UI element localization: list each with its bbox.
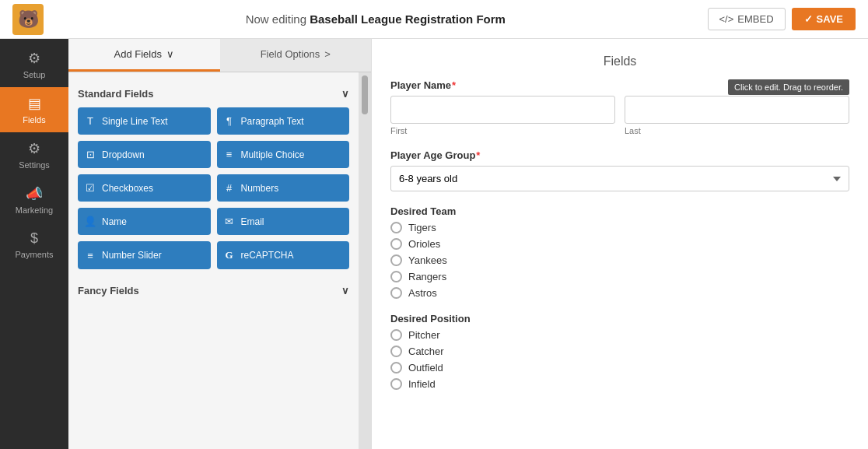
- chevron-right-icon: >: [324, 48, 331, 60]
- field-label-number-slider: Number Slider: [102, 250, 162, 261]
- field-label-single-line: Single Line Text: [102, 116, 168, 127]
- radio-circle: [390, 362, 402, 374]
- field-btn-paragraph[interactable]: ¶ Paragraph Text: [217, 107, 350, 135]
- field-label-checkboxes: Checkboxes: [102, 183, 153, 194]
- last-name-wrap: Last: [625, 96, 849, 135]
- list-icon: ≡: [223, 149, 236, 160]
- main-layout: ⚙ Setup ▤ Fields ⚙ Settings 📣 Marketing …: [0, 39, 868, 449]
- radio-circle: [390, 287, 402, 299]
- sidebar-item-setup[interactable]: ⚙ Setup: [0, 42, 68, 87]
- desired-team-label: Desired Team: [390, 205, 849, 217]
- field-group-player-age: Player Age Group* 6-8 years old 9-11 yea…: [390, 149, 849, 191]
- topbar-actions: </> EMBED ✓ SAVE: [708, 8, 856, 30]
- standard-fields-label: Standard Fields: [78, 88, 154, 100]
- form-name: Baseball League Registration Form: [310, 12, 506, 26]
- embed-code-icon: </>: [719, 13, 734, 25]
- person-icon: 👤: [84, 216, 96, 227]
- fancy-fields-header: Fancy Fields ∨: [78, 279, 349, 300]
- recaptcha-icon: G: [223, 249, 236, 261]
- required-indicator: *: [452, 79, 456, 91]
- hash-icon: #: [223, 182, 236, 194]
- sidebar-label-payments: Payments: [16, 250, 54, 259]
- field-label-email: Email: [241, 216, 264, 227]
- save-button[interactable]: ✓ SAVE: [792, 8, 856, 30]
- last-label: Last: [625, 126, 849, 135]
- fields-icon: ▤: [28, 95, 41, 112]
- sidebar-item-marketing[interactable]: 📣 Marketing: [0, 177, 68, 223]
- field-btn-dropdown[interactable]: ⊡ Dropdown: [78, 141, 211, 168]
- chevron-down-icon: ∨: [166, 48, 174, 60]
- field-btn-recaptcha[interactable]: G reCAPTCHA: [217, 241, 350, 269]
- field-label-paragraph: Paragraph Text: [241, 116, 304, 127]
- sidebar-label-marketing: Marketing: [16, 205, 53, 215]
- radio-orioles[interactable]: Orioles: [390, 238, 849, 250]
- player-age-label: Player Age Group*: [390, 149, 849, 161]
- field-btn-email[interactable]: ✉ Email: [217, 208, 350, 235]
- radio-circle: [390, 378, 402, 390]
- slider-icon: ≡: [84, 250, 96, 261]
- fields-panel: Add Fields ∨ Field Options > Standard Fi…: [68, 39, 372, 449]
- radio-tigers[interactable]: Tigers: [390, 222, 849, 233]
- first-name-wrap: First: [390, 96, 615, 135]
- tab-options-label: Field Options: [261, 48, 320, 60]
- sidebar: ⚙ Setup ▤ Fields ⚙ Settings 📣 Marketing …: [0, 39, 68, 449]
- payments-icon: $: [30, 230, 38, 247]
- radio-circle: [390, 271, 402, 282]
- text-icon: T: [84, 115, 96, 127]
- scrollbar[interactable]: [359, 72, 371, 449]
- field-btn-number-slider[interactable]: ≡ Number Slider: [78, 241, 211, 269]
- form-preview: Fields Player Name* First Last Click to …: [372, 39, 868, 449]
- logo-area: 🐻: [12, 4, 44, 35]
- radio-astros[interactable]: Astros: [390, 287, 849, 299]
- field-btn-multiple-choice[interactable]: ≡ Multiple Choice: [217, 141, 350, 168]
- required-indicator-age: *: [476, 149, 480, 161]
- radio-circle: [390, 222, 402, 233]
- tab-field-options[interactable]: Field Options >: [220, 39, 372, 72]
- marketing-icon: 📣: [26, 185, 43, 202]
- sidebar-label-setup: Setup: [23, 70, 46, 79]
- field-label-multiple-choice: Multiple Choice: [241, 149, 305, 160]
- standard-fields-header: Standard Fields ∨: [78, 88, 349, 100]
- tab-add-fields[interactable]: Add Fields ∨: [68, 39, 220, 72]
- field-group-player-name: Player Name* First Last Click to edit. D…: [390, 79, 849, 135]
- radio-circle: [390, 238, 402, 250]
- radio-catcher[interactable]: Catcher: [390, 346, 849, 357]
- age-group-select[interactable]: 6-8 years old 9-11 years old 12-14 years…: [390, 166, 849, 191]
- radio-pitcher[interactable]: Pitcher: [390, 329, 849, 341]
- radio-infield[interactable]: Infield: [390, 378, 849, 390]
- last-name-input[interactable]: [625, 96, 849, 124]
- field-btn-checkboxes[interactable]: ☑ Checkboxes: [78, 174, 211, 202]
- field-label-dropdown: Dropdown: [102, 149, 145, 160]
- standard-fields-grid: T Single Line Text ¶ Paragraph Text ⊡ Dr…: [78, 107, 349, 269]
- sidebar-item-settings[interactable]: ⚙ Settings: [0, 132, 68, 177]
- standard-fields-chevron: ∨: [341, 88, 349, 100]
- desired-position-label: Desired Position: [390, 313, 849, 324]
- scrollbar-thumb[interactable]: [362, 75, 368, 114]
- field-btn-name[interactable]: 👤 Name: [78, 208, 211, 235]
- embed-button[interactable]: </> EMBED: [708, 8, 786, 30]
- first-name-input[interactable]: [390, 96, 615, 124]
- bear-logo: 🐻: [12, 4, 44, 35]
- radio-circle: [390, 329, 402, 341]
- email-icon: ✉: [223, 216, 236, 227]
- field-btn-numbers[interactable]: # Numbers: [217, 174, 350, 202]
- form-section-title: Fields: [390, 54, 849, 68]
- panel-tabs: Add Fields ∨ Field Options >: [68, 39, 371, 72]
- field-btn-single-line[interactable]: T Single Line Text: [78, 107, 211, 135]
- sidebar-label-settings: Settings: [19, 160, 50, 170]
- sidebar-item-payments[interactable]: $ Payments: [0, 223, 68, 267]
- gear-icon: ⚙: [28, 50, 40, 67]
- name-inputs: First Last: [390, 96, 849, 135]
- radio-rangers[interactable]: Rangers: [390, 271, 849, 282]
- sidebar-item-fields[interactable]: ▤ Fields: [0, 87, 68, 132]
- radio-outfield[interactable]: Outfield: [390, 362, 849, 374]
- field-label-name: Name: [102, 216, 127, 227]
- checkbox-icon: ☑: [84, 182, 96, 194]
- radio-yankees[interactable]: Yankees: [390, 254, 849, 266]
- form-title: Now editing Baseball League Registration…: [246, 12, 506, 26]
- dropdown-icon: ⊡: [84, 149, 96, 160]
- field-group-desired-team: Desired Team Tigers Orioles Yankees Rang…: [390, 205, 849, 299]
- radio-circle: [390, 254, 402, 266]
- position-radio-group: Pitcher Catcher Outfield Infield: [390, 329, 849, 390]
- field-label-recaptcha: reCAPTCHA: [241, 250, 294, 261]
